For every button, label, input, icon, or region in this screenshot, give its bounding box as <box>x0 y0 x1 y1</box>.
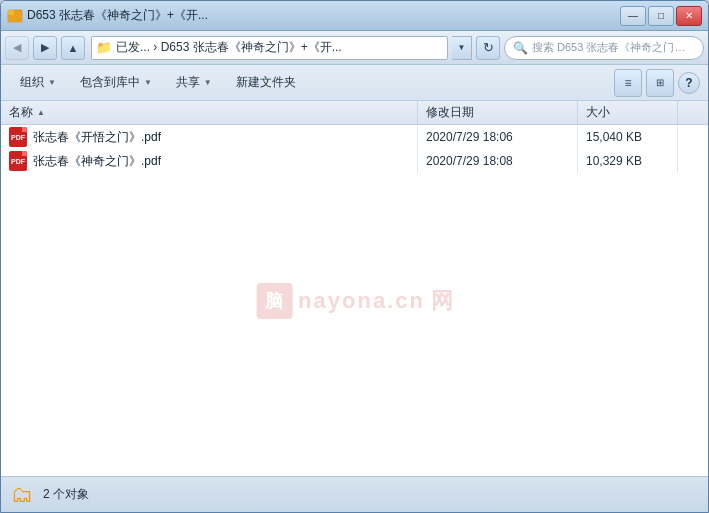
file-size: 10,329 KB <box>586 154 642 168</box>
search-bar[interactable]: 🔍 搜索 D653 张志春《神奇之门》+《... <box>504 36 704 60</box>
organize-button[interactable]: 组织 ▼ <box>9 69 67 97</box>
view-button[interactable]: ≡ <box>614 69 642 97</box>
share-chevron: ▼ <box>204 78 212 87</box>
toolbar-right: ≡ ⊞ ? <box>614 69 700 97</box>
address-text: 已发... › D653 张志春《神奇之门》+《开... <box>116 39 342 56</box>
forward-button[interactable]: ▶ <box>33 36 57 60</box>
view-details-button[interactable]: ⊞ <box>646 69 674 97</box>
svg-rect-1 <box>8 10 14 15</box>
main-window: D653 张志春《神奇之门》+《开... — □ ✕ ◀ ▶ ▲ 📁 已发...… <box>0 0 709 513</box>
share-label: 共享 <box>176 74 200 91</box>
window-title: D653 张志春《神奇之门》+《开... <box>27 7 208 24</box>
file-name: 张志春《神奇之门》.pdf <box>33 153 161 170</box>
search-icon: 🔍 <box>513 41 528 55</box>
column-size-header[interactable]: 大小 <box>578 101 678 124</box>
maximize-button[interactable]: □ <box>648 6 674 26</box>
help-label: ? <box>685 76 692 90</box>
svg-rect-2 <box>8 15 22 22</box>
title-bar: D653 张志春《神奇之门》+《开... — □ ✕ <box>1 1 708 31</box>
sort-arrow-name: ▲ <box>37 108 45 117</box>
new-folder-label: 新建文件夹 <box>236 74 296 91</box>
status-folder-icon: 🗂 <box>11 482 33 508</box>
file-date-cell: 2020/7/29 18:08 <box>418 149 578 173</box>
library-chevron: ▼ <box>144 78 152 87</box>
file-date: 2020/7/29 18:06 <box>426 130 513 144</box>
minimize-button[interactable]: — <box>620 6 646 26</box>
close-button[interactable]: ✕ <box>676 6 702 26</box>
table-row[interactable]: PDF 张志春《开悟之门》.pdf 2020/7/29 18:06 15,040… <box>1 125 708 149</box>
back-button[interactable]: ◀ <box>5 36 29 60</box>
column-date-label: 修改日期 <box>426 104 474 121</box>
column-name-label: 名称 <box>9 104 33 121</box>
new-folder-button[interactable]: 新建文件夹 <box>225 69 307 97</box>
title-bar-left: D653 张志春《神奇之门》+《开... <box>7 7 208 24</box>
share-button[interactable]: 共享 ▼ <box>165 69 223 97</box>
watermark-logo: 脑 <box>256 283 292 319</box>
organize-chevron: ▼ <box>48 78 56 87</box>
nav-bar: ◀ ▶ ▲ 📁 已发... › D653 张志春《神奇之门》+《开... ▼ ↻… <box>1 31 708 65</box>
window-controls: — □ ✕ <box>620 6 702 26</box>
watermark-text: nayona.cn <box>298 288 425 314</box>
refresh-button[interactable]: ↻ <box>476 36 500 60</box>
window-icon <box>7 8 23 24</box>
pdf-icon: PDF <box>9 127 27 147</box>
status-count: 2 个对象 <box>43 486 89 503</box>
watermark-logo-text: 脑 <box>265 289 283 313</box>
file-date: 2020/7/29 18:08 <box>426 154 513 168</box>
file-size-cell: 10,329 KB <box>578 149 678 173</box>
table-row[interactable]: PDF 张志春《神奇之门》.pdf 2020/7/29 18:08 10,329… <box>1 149 708 173</box>
address-folder-icon: 📁 <box>96 40 112 55</box>
file-size-cell: 15,040 KB <box>578 125 678 149</box>
address-dropdown-button[interactable]: ▼ <box>452 36 472 60</box>
file-size: 15,040 KB <box>586 130 642 144</box>
column-date-header[interactable]: 修改日期 <box>418 101 578 124</box>
status-bar: 🗂 2 个对象 <box>1 476 708 512</box>
file-name-cell: PDF 张志春《开悟之门》.pdf <box>1 125 418 149</box>
library-button[interactable]: 包含到库中 ▼ <box>69 69 163 97</box>
column-name-header[interactable]: 名称 ▲ <box>1 101 418 124</box>
file-list: 脑 nayona.cn 网 PDF 张志春《开悟之门》.pdf 2020/7/2… <box>1 125 708 476</box>
main-content: 名称 ▲ 修改日期 大小 脑 nayona.cn 网 <box>1 101 708 476</box>
search-placeholder: 搜索 D653 张志春《神奇之门》+《... <box>532 40 695 55</box>
file-date-cell: 2020/7/29 18:06 <box>418 125 578 149</box>
address-bar[interactable]: 📁 已发... › D653 张志春《神奇之门》+《开... <box>91 36 448 60</box>
column-headers: 名称 ▲ 修改日期 大小 <box>1 101 708 125</box>
watermark: 脑 nayona.cn 网 <box>256 283 453 319</box>
file-name: 张志春《开悟之门》.pdf <box>33 129 161 146</box>
column-size-label: 大小 <box>586 104 610 121</box>
help-button[interactable]: ? <box>678 72 700 94</box>
watermark-suffix: 网 <box>431 286 453 316</box>
watermark-domain: nayona.cn <box>298 288 425 313</box>
file-name-cell: PDF 张志春《神奇之门》.pdf <box>1 149 418 173</box>
toolbar: 组织 ▼ 包含到库中 ▼ 共享 ▼ 新建文件夹 ≡ ⊞ ? <box>1 65 708 101</box>
up-button[interactable]: ▲ <box>61 36 85 60</box>
pdf-icon: PDF <box>9 151 27 171</box>
library-label: 包含到库中 <box>80 74 140 91</box>
organize-label: 组织 <box>20 74 44 91</box>
view-icon: ≡ <box>624 76 631 90</box>
